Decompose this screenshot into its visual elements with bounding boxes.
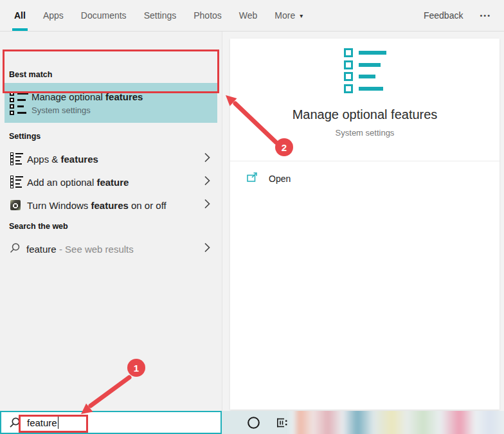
result-label: Apps & features — [27, 154, 98, 165]
list-icon — [10, 91, 25, 115]
search-web-header: Search the web — [9, 222, 68, 231]
annotation-step-2-badge: 2 — [275, 138, 293, 156]
best-match-subtitle: System settings — [32, 105, 143, 115]
tab-documents[interactable]: Documents — [81, 0, 127, 31]
settings-header: Settings — [9, 132, 40, 141]
tab-photos-label: Photos — [194, 10, 222, 21]
taskbar-pinned-apps-blurred — [290, 411, 504, 434]
result-apps-and-features[interactable]: Apps & features — [0, 147, 222, 170]
tab-web[interactable]: Web — [239, 0, 258, 31]
taskbar — [222, 411, 504, 434]
preview-panel: Manage optional features System settings… — [222, 32, 504, 411]
divider — [230, 161, 500, 161]
chevron-right-icon[interactable] — [204, 152, 210, 165]
list-icon — [10, 176, 22, 188]
tab-settings[interactable]: Settings — [144, 0, 177, 31]
result-turn-windows-features[interactable]: Turn Windows features on or off — [0, 194, 222, 217]
chevron-right-icon[interactable] — [204, 242, 210, 255]
task-view-icon[interactable] — [275, 411, 289, 434]
tab-photos[interactable]: Photos — [194, 0, 222, 31]
cortana-icon[interactable] — [246, 411, 260, 434]
tab-documents-label: Documents — [81, 10, 127, 21]
filter-tabs: All Apps Documents Settings Photos Web M… — [14, 0, 303, 31]
result-label: Add an optional feature — [27, 177, 129, 188]
list-icon — [10, 152, 22, 165]
more-options-icon[interactable]: ••• — [480, 12, 491, 19]
feedback-button[interactable]: Feedback — [424, 10, 463, 21]
open-external-icon — [247, 172, 258, 185]
tab-settings-label: Settings — [144, 10, 177, 21]
tab-all-label: All — [14, 10, 26, 21]
chevron-right-icon[interactable] — [204, 199, 210, 212]
chevron-down-icon: ▾ — [300, 12, 303, 19]
result-label: Turn Windows features on or off — [27, 200, 166, 211]
manage-optional-features-icon — [344, 48, 386, 93]
open-action[interactable]: Open — [247, 172, 500, 185]
result-label: feature - See web results — [26, 244, 134, 255]
tab-more-label: More — [274, 10, 295, 21]
chevron-right-icon[interactable] — [204, 176, 210, 188]
result-add-optional-feature[interactable]: Add an optional feature — [0, 170, 222, 194]
preview-subtitle: System settings — [230, 128, 500, 138]
preview-title: Manage optional features — [230, 107, 500, 122]
tab-web-label: Web — [239, 10, 258, 21]
open-label: Open — [269, 174, 291, 184]
topbar-right: Feedback ••• — [424, 10, 491, 21]
active-tab-underline — [12, 28, 28, 31]
tab-apps-label: Apps — [43, 10, 64, 21]
search-filter-bar: All Apps Documents Settings Photos Web M… — [0, 0, 504, 32]
preview-card: Manage optional features System settings… — [230, 39, 500, 410]
best-match-texts: Manage optional features System settings — [32, 91, 143, 115]
result-web-search[interactable]: feature - See web results — [0, 237, 222, 260]
control-panel-icon — [10, 200, 21, 210]
tab-apps[interactable]: Apps — [43, 0, 64, 31]
annotation-step-1-badge: 1 — [127, 359, 145, 377]
windows-search-flyout: All Apps Documents Settings Photos Web M… — [0, 0, 504, 434]
annotation-box-search-term — [19, 415, 88, 433]
search-icon — [10, 242, 21, 256]
tab-more[interactable]: More ▾ — [274, 0, 303, 31]
tab-all[interactable]: All — [14, 0, 26, 31]
annotation-box-best-match — [3, 50, 219, 93]
